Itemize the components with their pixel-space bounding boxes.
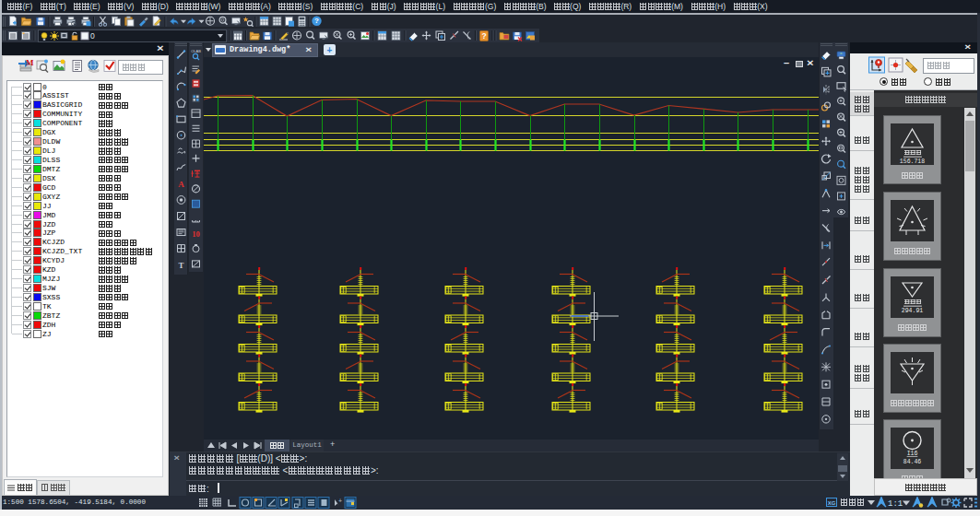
svg-text:84.46: 84.46 bbox=[903, 459, 922, 465]
svg-text:1:1: 1:1 bbox=[888, 499, 903, 509]
svg-text:?: ? bbox=[481, 31, 486, 41]
svg-text:I16: I16 bbox=[907, 451, 918, 457]
svg-text:+: + bbox=[338, 498, 342, 504]
svg-text:OLAB: OLAB bbox=[191, 49, 201, 53]
svg-text:10: 10 bbox=[192, 229, 200, 239]
svg-text:156.718: 156.718 bbox=[900, 158, 925, 165]
svg-text:A: A bbox=[178, 180, 184, 189]
svg-text:?: ? bbox=[314, 17, 319, 25]
svg-text:294.91: 294.91 bbox=[902, 308, 924, 314]
svg-text:M: M bbox=[26, 58, 34, 67]
svg-text:T: T bbox=[178, 261, 183, 270]
